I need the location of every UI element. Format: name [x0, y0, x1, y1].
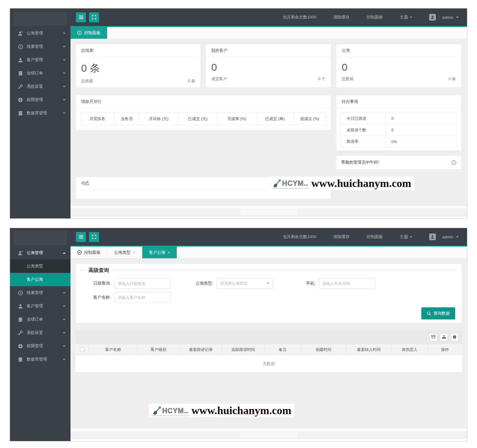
compass-icon [77, 250, 82, 255]
sidebar-item-orders[interactable]: 业绩订单 [10, 313, 71, 326]
submenu-item-customer-pool[interactable]: 客户公海 [10, 273, 71, 286]
column-header: 创建时间 [301, 344, 346, 355]
topbar-menu: 当月剩余次数1000 清除缓存 控制面板 主题 admin [283, 14, 459, 21]
search-data-button[interactable]: 查询数据 [421, 307, 455, 319]
column-header: 前负责人 [391, 344, 428, 355]
customer-name-label: 客户名称: [87, 295, 111, 300]
control-panel-link[interactable]: 控制面板 [367, 234, 383, 240]
submenu-item-pool-type[interactable]: 公海类型 [10, 260, 71, 273]
chevron-down-icon [63, 292, 66, 294]
sidebar-item-customers[interactable]: 客户管理 [10, 53, 71, 67]
shovel-icon [272, 178, 281, 188]
card-title: 绩效月排行 [76, 95, 331, 108]
phone-input[interactable] [319, 278, 375, 289]
theme-label: 主题 [400, 234, 408, 240]
footer-chip [240, 210, 298, 215]
clear-cache-link[interactable]: 清除缓存 [333, 15, 350, 20]
stat-footer-label: 成交客户 [211, 76, 227, 82]
sidebar-item-label: 公海管理 [27, 250, 43, 256]
main-area: 当月剩余次数1000 清除缓存 控制面板 主题 admin 控制面板 [71, 8, 467, 218]
sidebar-item-permissions[interactable]: 权限管理 [10, 93, 71, 106]
pool-type-select[interactable]: 请选择公海类型 [217, 278, 273, 289]
key-icon [18, 330, 23, 335]
close-icon[interactable] [168, 250, 170, 255]
todo-row: 今日已跟进 0 [341, 113, 456, 124]
columns-icon [431, 335, 436, 339]
tab-label: 客户公海 [149, 250, 165, 255]
sidebar-submenu: 公海类型 客户公海 [10, 260, 71, 286]
chevron-down-icon [63, 73, 66, 74]
sidebar-item-settings[interactable]: 系统设置 [10, 80, 71, 93]
print-button[interactable] [450, 333, 459, 341]
export-button[interactable] [440, 333, 448, 341]
control-panel-link[interactable]: 控制面板 [367, 15, 383, 20]
chevron-down-icon [410, 17, 412, 18]
columns-button[interactable] [429, 333, 437, 341]
customer-name-input[interactable] [114, 292, 171, 303]
date-query-input[interactable] [114, 278, 171, 289]
ranking-header-row: 月度排名 业务员 月目标 (元) 已成交 (元) 完成率 (%) 已成交 (单)… [80, 113, 326, 125]
close-icon[interactable] [133, 250, 135, 255]
user-menu[interactable]: admin [429, 14, 459, 21]
sidebar-item-settings[interactable]: 系统设置 [10, 326, 71, 339]
topbar: 当月剩余次数1000 清除缓存 控制面板 主题 admin [71, 228, 467, 247]
user-menu[interactable]: admin [429, 234, 459, 240]
sidebar-item-label: 权限管理 [27, 343, 43, 349]
hamburger-icon [79, 15, 84, 20]
avatar-icon [430, 15, 435, 20]
main-area: 当月剩余次数1000 清除缓存 控制面板 主题 admin 控制面板 [71, 228, 467, 441]
avatar [429, 14, 436, 21]
stat-value: 0 [206, 57, 331, 74]
tab-customer-pool[interactable]: 客户公海 [142, 247, 177, 258]
sidebar-item-leads[interactable]: 线索管理 [10, 40, 71, 53]
chevron-down-icon [63, 99, 66, 101]
greeting-text: 尊敬的管理员中午好! [341, 160, 379, 165]
menu-toggle-button[interactable] [76, 232, 86, 242]
tab-control-panel[interactable]: 控制面板 [71, 27, 107, 39]
fullscreen-button[interactable] [89, 12, 99, 22]
stat-value: 0 条 [76, 57, 201, 77]
menu-toggle-button[interactable] [76, 12, 86, 22]
tab-control-panel[interactable]: 控制面板 [71, 247, 107, 258]
theme-menu[interactable]: 主题 [400, 15, 412, 20]
stat-value: 0 [336, 57, 461, 74]
select-all-checkbox[interactable] [80, 347, 84, 352]
username: admin [442, 15, 453, 20]
sidebar-item-label: 客户管理 [27, 57, 43, 63]
footer [71, 429, 467, 441]
card-title: 总线索 [76, 44, 201, 57]
info-icon[interactable] [451, 160, 456, 165]
clear-cache-link[interactable]: 清除缓存 [333, 234, 350, 240]
tab-pool-type[interactable]: 公海类型 [107, 247, 142, 258]
sidebar-item-label: 系统设置 [27, 84, 43, 89]
footer [71, 206, 467, 218]
chevron-down-icon [63, 59, 66, 61]
todo-row: 未跟进个数 0 [341, 124, 456, 136]
query-fieldset: 高级查询 [80, 267, 458, 274]
topbar-menu: 当月剩余次数1000 清除缓存 控制面板 主题 admin [283, 234, 459, 240]
sidebar-item-database[interactable]: 数据库管理 [10, 353, 71, 366]
fullscreen-button[interactable] [89, 232, 99, 242]
theme-menu[interactable]: 主题 [400, 234, 412, 240]
chevron-down-icon [63, 113, 66, 114]
dashboard-content: 总线索 0 条 总线索 0 条 我的客户 0 成交客户 [71, 39, 467, 206]
sidebar-item-public-pool[interactable]: 公海管理 [10, 27, 71, 40]
table-toolbar [75, 330, 462, 344]
sidebar-item-database[interactable]: 数据库管理 [10, 106, 71, 120]
sidebar-item-orders[interactable]: 业绩订单 [10, 67, 71, 80]
sidebar-item-leads[interactable]: 线索管理 [10, 286, 71, 299]
topbar: 当月剩余次数1000 清除缓存 控制面板 主题 admin [71, 8, 467, 27]
sidebar-item-public-pool[interactable]: 公海管理 [10, 246, 71, 260]
stat-footer-value: 0 个 [318, 76, 325, 82]
sidebar-item-label: 权限管理 [27, 97, 43, 103]
sidebar-item-permissions[interactable]: 权限管理 [10, 339, 71, 353]
column-header: 业务员 [114, 113, 139, 125]
logo-area [14, 11, 67, 25]
sidebar-item-label: 客户管理 [27, 303, 43, 309]
todo-value: 0% [386, 136, 456, 147]
todo-label: 今日已跟进 [341, 113, 386, 124]
page: 公海管理 线索管理 客户管理 业绩订单 系统设置 [0, 0, 477, 448]
column-header: 客户级别 [137, 344, 179, 355]
chevron-down-icon [63, 345, 66, 347]
sidebar-item-customers[interactable]: 客户管理 [10, 299, 71, 313]
